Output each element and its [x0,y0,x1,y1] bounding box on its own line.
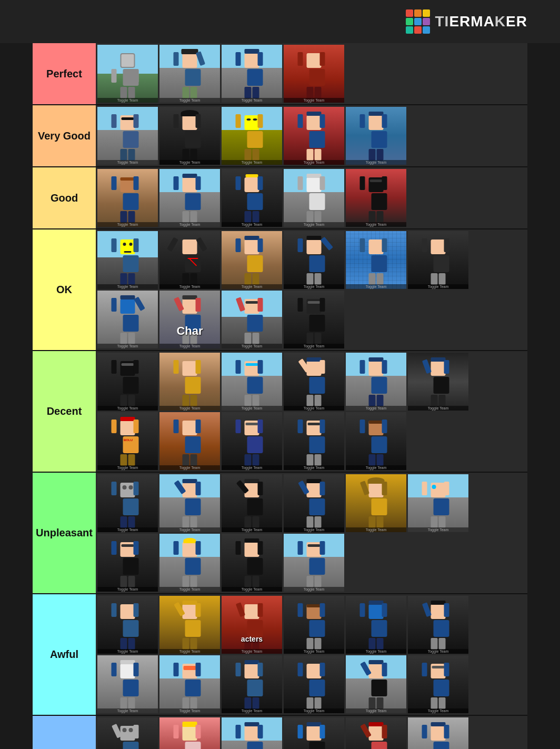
card-ok-6[interactable]: Toggle Team [408,231,468,289]
card-label: Toggle Team [159,708,220,713]
card-perfect-3[interactable]: Toggle Team [222,45,282,103]
card-trash-5[interactable]: Toggle Team [346,717,406,749]
card-perfect-4[interactable]: Toggle Team [284,45,344,103]
tier-row-verygood: Very Good [33,105,527,167]
card-label: Toggle Team [97,649,158,654]
card-awful-10[interactable]: Toggle Team [284,655,344,713]
card-unpleasant-1[interactable]: Toggle Team [97,474,158,532]
card-ok-3[interactable]: Toggle Team [222,231,282,289]
tier-label-unpleasant: Unpleasant [33,473,96,593]
card-ok-8[interactable]: Char Toggle Team [159,291,220,348]
tier-row-perfect: Perfect [33,43,527,105]
card-unpleasant-2[interactable]: Toggle Team [159,474,220,532]
card-label: Toggle Team [97,708,158,713]
tier-cards-awful: Toggle Team [96,594,527,715]
card-label: Toggle Team [159,344,220,348]
card-ok-4[interactable]: Toggle Team [284,231,344,289]
card-awful-2[interactable]: Toggle Team [159,596,220,654]
card-good-2[interactable]: Toggle Team [159,169,220,227]
card-good-4[interactable]: Toggle Team [284,169,344,227]
card-unpleasant-4[interactable]: Toggle Team [284,474,344,532]
card-ok-1[interactable]: Toggle Team [97,231,158,289]
card-perfect-2[interactable]: Toggle Team [159,45,220,103]
card-decent-6[interactable]: Toggle Team [408,353,468,411]
card-label: Toggle Team [408,527,468,532]
card-decent-4[interactable]: Toggle Team [284,353,344,411]
card-verygood-3[interactable]: Toggle Team [222,107,282,165]
card-label: Toggle Team [97,465,158,470]
card-label: Toggle Team [346,284,406,289]
tier-label-ok: OK [33,229,96,350]
card-good-1[interactable]: Toggle Team [97,169,158,227]
card-label: Toggle Team [284,98,344,103]
card-awful-6[interactable]: Toggle Team [408,596,468,654]
tier-label-awful: Awful [33,594,96,715]
card-verygood-2[interactable]: Toggle Team [159,107,220,165]
card-decent-5[interactable]: Toggle Team [346,353,406,411]
card-awful-11[interactable]: Toggle Team [346,655,406,713]
logo-cell-1 [406,9,413,17]
card-label: Toggle Team [222,465,282,470]
card-unpleasant-7[interactable]: Toggle Team [97,534,158,592]
tier-row-ok: OK [33,229,527,351]
card-trash-1[interactable]: Toggle Team [97,717,158,749]
card-decent-7[interactable]: BOLU Toggle Team [97,412,158,470]
card-trash-4[interactable]: Toggle Team [284,717,344,749]
tier-cards-verygood: Toggle Team [96,105,527,166]
card-verygood-4[interactable]: Toggle Team [284,107,344,165]
tier-cards-trash: Toggle Team [96,716,527,749]
card-awful-9[interactable]: Toggle Team [222,655,282,713]
card-perfect-1[interactable]: Toggle Team [97,45,158,103]
card-label: Toggle Team [159,527,220,532]
card-trash-2[interactable]: Toggle Team [159,717,220,749]
card-awful-7[interactable]: Toggle Team [97,655,158,713]
card-ok-9[interactable]: Toggle Team [222,291,282,348]
card-decent-11[interactable]: Toggle Team [346,412,406,470]
card-unpleasant-10[interactable]: Toggle Team [284,534,344,592]
card-decent-9[interactable]: Toggle Team [222,412,282,470]
card-label: Toggle Team [408,284,468,289]
card-label: Toggle Team [222,160,282,165]
card-label: Toggle Team [97,587,158,592]
card-ok-10[interactable]: Toggle Team [284,291,344,348]
card-label: Toggle Team [284,284,344,289]
card-label: Toggle Team [159,222,220,227]
card-label: Toggle Team [97,160,158,165]
card-ok-5[interactable]: Toggle Team [346,231,406,289]
card-label: Toggle Team [222,284,282,289]
card-label: Toggle Team [97,406,158,411]
card-label: Toggle Team [159,98,220,103]
card-awful-12[interactable]: Toggle Team [408,655,468,713]
card-ok-2[interactable]: Toggle Team [159,231,220,289]
card-good-3[interactable]: Toggle Team [222,169,282,227]
card-good-5[interactable]: Toggle Team [346,169,406,227]
card-decent-8[interactable]: Toggle Team [159,412,220,470]
card-unpleasant-5[interactable]: Toggle Team [346,474,406,532]
card-label: Toggle Team [284,708,344,713]
card-awful-4[interactable]: Toggle Team [284,596,344,654]
card-label: Toggle Team [346,222,406,227]
card-awful-3[interactable]: acters Toggle Team [222,596,282,654]
card-unpleasant-8[interactable]: Toggle Team [159,534,220,592]
tier-label-decent: Decent [33,351,96,472]
card-trash-3[interactable]: Toggle Team [222,717,282,749]
card-label: Toggle Team [159,465,220,470]
card-awful-8[interactable]: Toggle Team [159,655,220,713]
card-verygood-1[interactable]: Toggle Team [97,107,158,165]
card-decent-1[interactable]: Toggle Team [97,353,158,411]
card-awful-1[interactable]: Toggle Team [97,596,158,654]
card-decent-2[interactable]: Toggle Team [159,353,220,411]
tier-label-perfect: Perfect [33,43,96,104]
card-ok-7[interactable]: Toggle Team [97,291,158,348]
card-unpleasant-6[interactable]: Toggle Team [408,474,468,532]
logo-cell-5 [414,18,422,25]
card-verygood-5[interactable]: Toggle Team [346,107,406,165]
card-unpleasant-3[interactable]: Toggle Team [222,474,282,532]
card-decent-3[interactable]: Toggle Team [222,353,282,411]
logo-cell-7 [406,26,413,34]
card-trash-6[interactable]: Now Toggle Team [408,717,468,749]
card-label: Toggle Team [97,284,158,289]
card-unpleasant-9[interactable]: Toggle Team [222,534,282,592]
card-decent-10[interactable]: Toggle Team [284,412,344,470]
card-awful-5[interactable]: Toggle Team [346,596,406,654]
